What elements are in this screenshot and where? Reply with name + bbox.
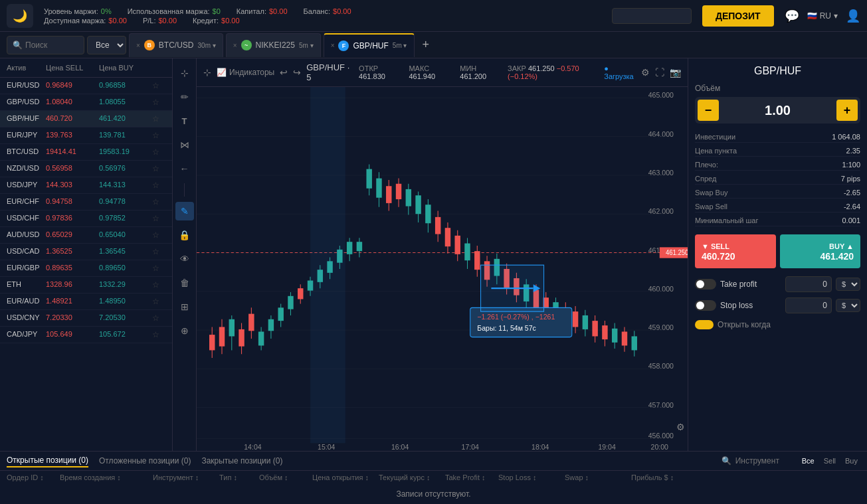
screenshot-icon[interactable]: 📷 <box>670 67 681 78</box>
draw-tool[interactable]: ✎ <box>175 202 194 220</box>
asset-row[interactable]: USD/CNY 7.20330 7.20530 ☆ <box>0 310 172 327</box>
asset-name: ETH <box>7 280 46 290</box>
take-profit-unit[interactable]: $ <box>836 278 860 291</box>
close-icon[interactable]: × <box>136 42 140 49</box>
asset-row[interactable]: EUR/USD 0.96849 0.96858 ☆ <box>0 78 172 94</box>
star-icon[interactable]: ☆ <box>152 131 165 140</box>
wechat-icon[interactable]: 💬 <box>785 9 799 23</box>
star-icon[interactable]: ☆ <box>152 147 165 157</box>
take-profit-toggle[interactable] <box>695 279 716 290</box>
asset-row[interactable]: EUR/CHF 0.94758 0.94778 ☆ <box>0 194 172 210</box>
fullscreen-icon[interactable]: ⛶ <box>655 67 664 78</box>
eye-tool[interactable]: 👁 <box>175 250 194 268</box>
take-profit-input[interactable] <box>785 276 832 292</box>
sell-price: 460.720 <box>702 251 769 262</box>
buy-button[interactable]: BUY ▲ 461.420 <box>780 234 861 268</box>
asset-row[interactable]: AUD/USD 0.65029 0.65040 ☆ <box>0 227 172 244</box>
trash-tool[interactable]: 🗑 <box>175 274 194 292</box>
chart-canvas[interactable]: 465.000 464.000 463.000 462.000 461.000 … <box>197 87 688 451</box>
star-icon[interactable]: ☆ <box>152 114 165 124</box>
star-icon[interactable]: ☆ <box>152 280 165 290</box>
tab-gbp-huf[interactable]: × F GBP/HUF 5m ▾ <box>324 33 415 57</box>
text-tool[interactable]: T <box>175 112 194 130</box>
gbp-icon: F <box>338 41 349 51</box>
svg-rect-68 <box>425 205 431 223</box>
info-label: Цена пункта <box>695 147 737 155</box>
tab-btc-usd[interactable]: × B BTC/USD 30m ▾ <box>129 33 223 57</box>
lock-tool[interactable]: 🔒 <box>175 226 194 244</box>
open-when-toggle[interactable] <box>695 320 714 329</box>
asset-row[interactable]: USD/CHF 0.97836 0.97852 ☆ <box>0 210 172 227</box>
volume-plus-button[interactable]: + <box>836 100 858 121</box>
star-icon[interactable]: ☆ <box>152 247 165 256</box>
tab-nikkei225[interactable]: × ~ NIKKEI225 5m ▾ <box>226 33 321 57</box>
redo-icon[interactable]: ↪ <box>293 67 301 78</box>
crosshair-icon[interactable]: ⊹ <box>203 67 211 78</box>
chart-settings-icon[interactable]: ⚙ <box>676 422 685 432</box>
svg-rect-108 <box>622 331 627 345</box>
stop-loss-toggle[interactable] <box>695 300 716 311</box>
asset-row[interactable]: EUR/AUD 1.48921 1.48950 ☆ <box>0 294 172 310</box>
asset-row[interactable]: USD/CAD 1.36525 1.36545 ☆ <box>0 244 172 260</box>
metrics-row-1: Уровень маржи: 0% Использованная маржа: … <box>44 7 601 15</box>
instrument-search-input[interactable] <box>735 456 789 465</box>
star-icon[interactable]: ☆ <box>152 297 165 306</box>
star-icon[interactable]: ☆ <box>152 81 165 90</box>
filter-all-button[interactable]: Все <box>799 456 817 466</box>
asset-row[interactable]: NZD/USD 0.56958 0.56976 ☆ <box>0 161 172 177</box>
pending-positions-tab[interactable]: Отложенные позиции (0) <box>99 455 191 467</box>
loading-indicator: ● Загрузка <box>604 64 636 80</box>
star-icon[interactable]: ☆ <box>152 313 165 323</box>
language-selector[interactable]: 🇷🇺 RU ▾ <box>807 11 838 21</box>
stop-loss-input[interactable] <box>785 297 832 313</box>
asset-row[interactable]: CAD/JPY 105.649 105.672 ☆ <box>0 327 172 343</box>
filter-buy-button[interactable]: Buy <box>842 456 860 466</box>
zoom-tool[interactable]: ⊕ <box>175 321 194 340</box>
star-icon[interactable]: ☆ <box>152 181 165 190</box>
volume-minus-button[interactable]: − <box>698 100 719 121</box>
star-icon[interactable]: ☆ <box>152 330 165 339</box>
filter-sell-button[interactable]: Sell <box>821 456 838 466</box>
star-icon[interactable]: ☆ <box>152 98 165 107</box>
deposit-button[interactable]: ДЕПОЗИТ <box>702 5 774 27</box>
close-icon[interactable]: × <box>233 42 237 49</box>
pen-tool[interactable]: ✏ <box>175 88 194 106</box>
asset-row[interactable]: EUR/GBP 0.89635 0.89650 ☆ <box>0 260 172 277</box>
sell-price: 139.763 <box>46 131 99 140</box>
buy-price: 1.08055 <box>99 98 152 107</box>
settings-icon[interactable]: ⚙ <box>641 67 650 78</box>
filter-select[interactable]: Все <box>87 36 126 54</box>
add-tab-button[interactable]: + <box>417 38 435 52</box>
user-icon[interactable]: 👤 <box>846 9 860 23</box>
theme-toggle[interactable]: 🌙 <box>7 4 33 28</box>
ohlc-close: ЗАКР 461.250 −0.570 (−0.12%) <box>508 64 599 80</box>
sell-button[interactable]: ▼ SELL 460.720 <box>695 234 776 268</box>
closed-positions-tab[interactable]: Закрытые позиции (0) <box>201 455 282 467</box>
cursor-tool[interactable]: ⊹ <box>175 64 194 82</box>
search-box[interactable]: 🔍 <box>7 36 84 54</box>
shapes-tool[interactable]: ⋈ <box>175 135 194 154</box>
star-icon[interactable]: ☆ <box>152 264 165 273</box>
asset-row[interactable]: BTC/USD 19414.41 19583.19 ☆ <box>0 144 172 161</box>
close-icon[interactable]: × <box>331 42 335 49</box>
asset-row[interactable]: GBP/USD 1.08040 1.08055 ☆ <box>0 94 172 111</box>
asset-row[interactable]: USD/JPY 144.303 144.313 ☆ <box>0 177 172 194</box>
star-icon[interactable]: ☆ <box>152 164 165 173</box>
svg-text:20:00: 20:00 <box>651 442 668 451</box>
asset-row[interactable]: EUR/JPY 139.763 139.781 ☆ <box>0 127 172 144</box>
star-icon[interactable]: ☆ <box>152 230 165 240</box>
stop-loss-unit[interactable]: $ <box>836 299 860 312</box>
asset-row[interactable]: ETH 1328.96 1332.29 ☆ <box>0 277 172 294</box>
sell-price: 0.96849 <box>46 81 99 90</box>
star-icon[interactable]: ☆ <box>152 197 165 207</box>
asset-row[interactable]: GBP/HUF 460.720 461.420 ☆ <box>0 111 172 127</box>
undo-icon[interactable]: ↩ <box>280 67 288 78</box>
back-arrow-tool[interactable]: ← <box>175 159 194 178</box>
top-search-input[interactable] <box>612 8 692 24</box>
star-icon[interactable]: ☆ <box>152 214 165 223</box>
search-input[interactable] <box>25 41 78 50</box>
indicators-button[interactable]: 📈 Индикаторы <box>217 68 274 77</box>
open-positions-tab[interactable]: Открытые позиции (0) <box>7 454 88 467</box>
layers-tool[interactable]: ⊞ <box>175 297 194 316</box>
sell-price: 1.36525 <box>46 247 99 256</box>
